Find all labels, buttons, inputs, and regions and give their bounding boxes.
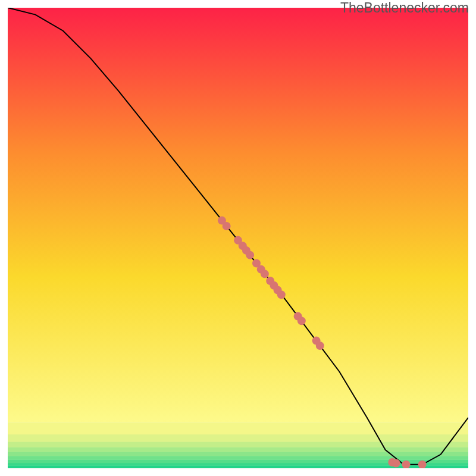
point-cluster-mid-2 xyxy=(298,317,306,325)
point-cluster-upper-2 xyxy=(223,222,231,230)
bottleneck-chart: TheBottlenecker.com xyxy=(0,0,476,476)
plot-svg xyxy=(8,8,468,468)
point-bottom-2 xyxy=(392,459,400,467)
gradient-background xyxy=(8,8,468,422)
point-cluster-main-11 xyxy=(277,290,286,299)
band-yg-2 xyxy=(8,434,468,442)
attribution-text: TheBottlenecker.com xyxy=(340,0,469,16)
point-cluster-main-4 xyxy=(246,251,254,259)
point-cluster-main-7 xyxy=(261,270,269,278)
point-cluster-low-2 xyxy=(316,342,324,350)
band-green-1 xyxy=(8,447,468,452)
band-green-6 xyxy=(8,465,468,468)
band-yg-1 xyxy=(8,422,468,435)
band-green-0 xyxy=(8,441,468,447)
band-green-3 xyxy=(8,456,468,460)
band-green-2 xyxy=(8,452,468,456)
